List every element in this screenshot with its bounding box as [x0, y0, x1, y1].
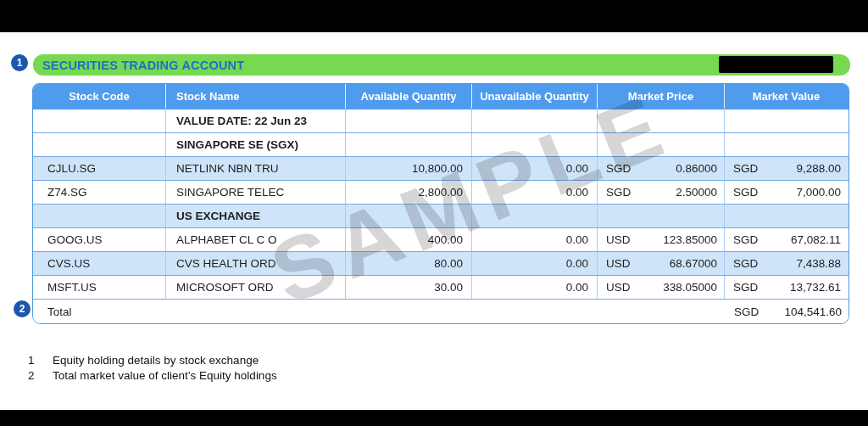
- cell-market-price: [598, 133, 725, 156]
- price-value: 68.67000: [670, 257, 717, 270]
- price-currency: USD: [606, 281, 631, 294]
- price-value: 338.05000: [663, 281, 717, 294]
- cell-unavailable-qty: 0.00: [472, 252, 598, 275]
- cell-unavailable-qty: [472, 109, 598, 132]
- cell-market-price: [598, 109, 725, 132]
- value-currency: SGD: [733, 233, 758, 246]
- cell-market-price: SGD2.50000: [598, 181, 725, 204]
- value-amount: 7,438.88: [796, 257, 841, 270]
- cell-stock-name: US EXCHANGE: [166, 205, 346, 227]
- value-currency: SGD: [733, 281, 758, 294]
- cell-unavailable-qty: [472, 133, 598, 156]
- value-currency: SGD: [733, 257, 758, 270]
- value-currency: SGD: [733, 162, 758, 175]
- value-currency: SGD: [733, 186, 758, 199]
- cell-market-price: USD68.67000: [598, 252, 725, 275]
- price-currency: USD: [606, 257, 631, 270]
- cell-available-qty: 80.00: [346, 252, 472, 275]
- table-row-value-date: VALUE DATE: 22 Jun 23: [33, 109, 849, 133]
- cell-market-price: SGD0.86000: [598, 157, 725, 180]
- price-value: 2.50000: [676, 186, 717, 199]
- table-row-goog: GOOG.US ALPHABET CL C O 400.00 0.00 USD1…: [33, 228, 849, 252]
- table-header-row: Stock Code Stock Name Available Quantity…: [33, 84, 849, 109]
- cell-stock-code: [33, 133, 166, 156]
- cell-stock-code: GOOG.US: [33, 228, 166, 251]
- value-amount: 13,732.61: [790, 281, 841, 294]
- header-unavailable-quantity: Unavailable Quantity: [472, 84, 598, 109]
- cell-stock-name: CVS HEALTH ORD: [166, 252, 346, 275]
- header-stock-code: Stock Code: [33, 84, 166, 109]
- price-currency: SGD: [606, 162, 631, 175]
- price-value: 123.85000: [663, 233, 717, 246]
- footnotes: 1 Equity holding details by stock exchan…: [28, 353, 277, 384]
- table-row-us-section: US EXCHANGE: [33, 205, 849, 228]
- cell-market-price: USD123.85000: [598, 228, 725, 251]
- value-amount: 67,082.11: [791, 233, 841, 246]
- total-label: Total: [33, 305, 72, 318]
- cell-market-value: SGD67,082.11: [725, 228, 848, 251]
- cell-unavailable-qty: 0.00: [472, 228, 598, 251]
- cell-available-qty: [346, 205, 472, 227]
- cell-market-value: SGD7,000.00: [725, 181, 848, 204]
- value-amount: 7,000.00: [796, 186, 841, 199]
- footnote-1: 1 Equity holding details by stock exchan…: [28, 353, 277, 368]
- section-header-banner: SECURITIES TRADING ACCOUNT: [33, 54, 850, 76]
- footnote-1-number: 1: [28, 353, 53, 368]
- callout-marker-1-number: 1: [17, 57, 23, 69]
- callout-marker-2: 2: [14, 300, 31, 317]
- cell-unavailable-qty: [472, 205, 598, 227]
- cell-market-value: SGD13,732.61: [725, 276, 848, 299]
- table-row-sgx-section: SINGAPORE SE (SGX): [33, 133, 849, 157]
- cell-stock-name: SINGAPORE TELEC: [166, 181, 346, 204]
- footnote-1-text: Equity holding details by stock exchange: [53, 353, 259, 368]
- total-currency: SGD: [734, 305, 759, 318]
- cell-available-qty: [346, 109, 472, 132]
- cell-available-qty: [346, 133, 472, 156]
- footnote-2-number: 2: [28, 368, 53, 384]
- cell-market-price: USD338.05000: [598, 276, 725, 299]
- cell-stock-code: CJLU.SG: [33, 157, 166, 180]
- header-stock-name: Stock Name: [166, 84, 346, 109]
- cell-stock-name: MICROSOFT ORD: [166, 276, 346, 299]
- cell-market-value: [725, 205, 848, 227]
- cell-stock-name: NETLINK NBN TRU: [166, 157, 346, 180]
- total-amount: 104,541.60: [784, 305, 842, 318]
- price-currency: USD: [606, 233, 631, 246]
- table-row-z74: Z74.SG SINGAPORE TELEC 2,800.00 0.00 SGD…: [33, 181, 849, 205]
- table-row-cvs: CVS.US CVS HEALTH ORD 80.00 0.00 USD68.6…: [33, 252, 849, 276]
- cell-market-value: SGD7,438.88: [725, 252, 848, 275]
- redacted-account-number: [719, 56, 833, 73]
- cell-unavailable-qty: 0.00: [472, 157, 598, 180]
- cell-unavailable-qty: 0.00: [472, 276, 598, 299]
- cell-stock-name: ALPHABET CL C O: [166, 228, 346, 251]
- price-value: 0.86000: [676, 162, 717, 175]
- bottom-letterbox-bar: [0, 410, 868, 426]
- cell-available-qty: 400.00: [346, 228, 472, 251]
- cell-stock-code: MSFT.US: [33, 276, 166, 299]
- header-market-value: Market Value: [725, 84, 848, 109]
- cell-stock-code: [33, 109, 166, 132]
- cell-market-value: [725, 109, 848, 132]
- header-available-quantity: Available Quantity: [346, 84, 472, 109]
- cell-market-value: SGD9,288.00: [725, 157, 848, 180]
- callout-marker-1: 1: [11, 54, 28, 71]
- cell-available-qty: 2,800.00: [346, 181, 472, 204]
- cell-unavailable-qty: 0.00: [472, 181, 598, 204]
- statement-page: 1 SECURITIES TRADING ACCOUNT Stock Code …: [0, 0, 868, 426]
- price-currency: SGD: [606, 186, 631, 199]
- callout-marker-2-number: 2: [19, 303, 25, 315]
- cell-stock-code: [33, 205, 166, 227]
- total-market-value: SGD 104,541.60: [726, 300, 849, 323]
- header-market-price: Market Price: [598, 84, 725, 109]
- top-letterbox-bar: [0, 0, 868, 32]
- footnote-2: 2 Total market value of client’s Equity …: [28, 368, 277, 384]
- table-total-row: Total SGD 104,541.60: [33, 300, 849, 323]
- value-amount: 9,288.00: [796, 162, 841, 175]
- cell-market-value: [725, 133, 848, 156]
- cell-stock-code: Z74.SG: [33, 181, 166, 204]
- table-row-cjlu: CJLU.SG NETLINK NBN TRU 10,800.00 0.00 S…: [33, 157, 849, 181]
- footnote-2-text: Total market value of client’s Equity ho…: [53, 368, 277, 384]
- cell-market-price: [598, 205, 725, 227]
- table-row-msft: MSFT.US MICROSOFT ORD 30.00 0.00 USD338.…: [33, 276, 849, 300]
- cell-available-qty: 10,800.00: [346, 157, 472, 180]
